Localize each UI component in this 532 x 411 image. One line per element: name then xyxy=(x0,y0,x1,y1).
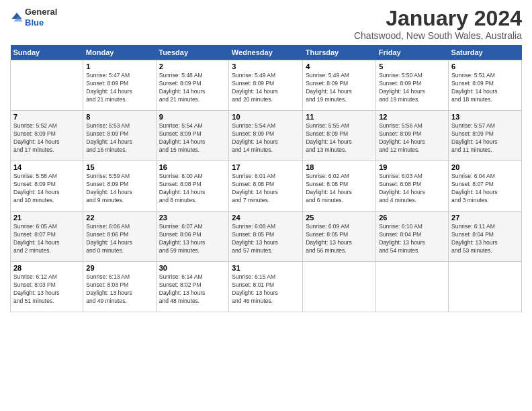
calendar-cell: 23Sunrise: 6:07 AM Sunset: 8:06 PM Dayli… xyxy=(156,212,229,262)
page-container: General Blue January 2024 Chatswood, New… xyxy=(0,0,532,319)
calendar-cell: 30Sunrise: 6:14 AM Sunset: 8:02 PM Dayli… xyxy=(156,262,229,312)
day-number: 10 xyxy=(232,113,300,121)
calendar-cell: 31Sunrise: 6:15 AM Sunset: 8:01 PM Dayli… xyxy=(229,262,303,312)
day-header-monday: Monday xyxy=(83,45,156,60)
calendar-cell: 18Sunrise: 6:02 AM Sunset: 8:08 PM Dayli… xyxy=(303,161,376,212)
calendar-week-row: 14Sunrise: 5:58 AM Sunset: 8:09 PM Dayli… xyxy=(11,161,522,212)
day-info: Sunrise: 6:10 AM Sunset: 8:04 PM Dayligh… xyxy=(379,223,445,255)
calendar-cell xyxy=(11,60,83,111)
day-info: Sunrise: 6:01 AM Sunset: 8:08 PM Dayligh… xyxy=(232,173,300,205)
day-info: Sunrise: 5:57 AM Sunset: 8:09 PM Dayligh… xyxy=(451,122,519,154)
day-number: 9 xyxy=(159,113,226,121)
day-info: Sunrise: 5:52 AM Sunset: 8:09 PM Dayligh… xyxy=(13,122,80,154)
day-number: 13 xyxy=(451,113,519,121)
calendar-cell: 5Sunrise: 5:50 AM Sunset: 8:09 PM Daylig… xyxy=(376,60,449,111)
day-number: 12 xyxy=(379,113,445,121)
calendar-cell: 26Sunrise: 6:10 AM Sunset: 8:04 PM Dayli… xyxy=(376,212,449,262)
day-number: 20 xyxy=(451,163,519,171)
day-info: Sunrise: 5:58 AM Sunset: 8:09 PM Dayligh… xyxy=(13,173,80,205)
day-info: Sunrise: 6:04 AM Sunset: 8:07 PM Dayligh… xyxy=(451,173,519,205)
calendar-cell: 27Sunrise: 6:11 AM Sunset: 8:04 PM Dayli… xyxy=(449,212,522,262)
day-info: Sunrise: 5:48 AM Sunset: 8:09 PM Dayligh… xyxy=(159,72,226,104)
calendar-cell: 11Sunrise: 5:55 AM Sunset: 8:09 PM Dayli… xyxy=(303,111,376,161)
day-number: 24 xyxy=(232,214,300,222)
day-number: 19 xyxy=(379,163,445,171)
calendar-cell: 8Sunrise: 5:53 AM Sunset: 8:09 PM Daylig… xyxy=(83,111,156,161)
calendar-cell: 6Sunrise: 5:51 AM Sunset: 8:09 PM Daylig… xyxy=(449,60,522,111)
day-number: 21 xyxy=(13,214,80,222)
day-info: Sunrise: 5:53 AM Sunset: 8:09 PM Dayligh… xyxy=(86,122,152,154)
calendar-week-row: 7Sunrise: 5:52 AM Sunset: 8:09 PM Daylig… xyxy=(11,111,522,161)
day-info: Sunrise: 5:49 AM Sunset: 8:09 PM Dayligh… xyxy=(232,72,300,104)
header: General Blue January 2024 Chatswood, New… xyxy=(10,7,522,41)
calendar-table: SundayMondayTuesdayWednesdayThursdayFrid… xyxy=(10,45,522,312)
day-number: 18 xyxy=(306,163,373,171)
day-info: Sunrise: 6:11 AM Sunset: 8:04 PM Dayligh… xyxy=(451,223,519,255)
day-info: Sunrise: 6:09 AM Sunset: 8:05 PM Dayligh… xyxy=(306,223,373,255)
calendar-cell: 7Sunrise: 5:52 AM Sunset: 8:09 PM Daylig… xyxy=(11,111,83,161)
logo-text: General Blue xyxy=(25,7,57,28)
calendar-cell: 9Sunrise: 5:54 AM Sunset: 8:09 PM Daylig… xyxy=(156,111,229,161)
day-number: 14 xyxy=(13,163,80,171)
calendar-cell: 14Sunrise: 5:58 AM Sunset: 8:09 PM Dayli… xyxy=(11,161,83,212)
logo: General Blue xyxy=(10,7,57,28)
day-number: 30 xyxy=(159,264,226,272)
day-number: 22 xyxy=(86,214,152,222)
calendar-week-row: 1Sunrise: 5:47 AM Sunset: 8:09 PM Daylig… xyxy=(11,60,522,111)
calendar-cell: 2Sunrise: 5:48 AM Sunset: 8:09 PM Daylig… xyxy=(156,60,229,111)
calendar-cell: 29Sunrise: 6:13 AM Sunset: 8:03 PM Dayli… xyxy=(83,262,156,312)
day-number: 8 xyxy=(86,113,152,121)
day-header-friday: Friday xyxy=(376,45,449,60)
logo-icon xyxy=(10,11,24,24)
day-number: 17 xyxy=(232,163,300,171)
day-info: Sunrise: 6:05 AM Sunset: 8:07 PM Dayligh… xyxy=(13,223,80,255)
day-info: Sunrise: 6:07 AM Sunset: 8:06 PM Dayligh… xyxy=(159,223,226,255)
day-number: 16 xyxy=(159,163,226,171)
day-info: Sunrise: 5:54 AM Sunset: 8:09 PM Dayligh… xyxy=(159,122,226,154)
day-number: 31 xyxy=(232,264,300,272)
day-number: 7 xyxy=(13,113,80,121)
day-number: 25 xyxy=(306,214,373,222)
calendar-cell: 22Sunrise: 6:06 AM Sunset: 8:06 PM Dayli… xyxy=(83,212,156,262)
day-number: 27 xyxy=(451,214,519,222)
calendar-title: January 2024 xyxy=(354,7,522,30)
day-info: Sunrise: 5:59 AM Sunset: 8:09 PM Dayligh… xyxy=(86,173,152,205)
calendar-cell: 16Sunrise: 6:00 AM Sunset: 8:08 PM Dayli… xyxy=(156,161,229,212)
calendar-cell: 15Sunrise: 5:59 AM Sunset: 8:09 PM Dayli… xyxy=(83,161,156,212)
day-number: 2 xyxy=(159,62,226,71)
calendar-header-row: SundayMondayTuesdayWednesdayThursdayFrid… xyxy=(11,45,522,60)
day-info: Sunrise: 6:02 AM Sunset: 8:08 PM Dayligh… xyxy=(306,173,373,205)
day-info: Sunrise: 6:03 AM Sunset: 8:08 PM Dayligh… xyxy=(379,173,445,205)
calendar-cell xyxy=(449,262,522,312)
day-number: 11 xyxy=(306,113,373,121)
calendar-cell: 24Sunrise: 6:08 AM Sunset: 8:05 PM Dayli… xyxy=(229,212,303,262)
calendar-cell: 12Sunrise: 5:56 AM Sunset: 8:09 PM Dayli… xyxy=(376,111,449,161)
calendar-week-row: 21Sunrise: 6:05 AM Sunset: 8:07 PM Dayli… xyxy=(11,212,522,262)
calendar-cell: 17Sunrise: 6:01 AM Sunset: 8:08 PM Dayli… xyxy=(229,161,303,212)
day-header-tuesday: Tuesday xyxy=(156,45,229,60)
logo-line1: General xyxy=(25,7,57,17)
day-info: Sunrise: 6:06 AM Sunset: 8:06 PM Dayligh… xyxy=(86,223,152,255)
day-number: 3 xyxy=(232,62,300,71)
day-number: 26 xyxy=(379,214,445,222)
logo-line2: Blue xyxy=(25,17,57,28)
calendar-subtitle: Chatswood, New South Wales, Australia xyxy=(354,30,522,41)
day-info: Sunrise: 5:49 AM Sunset: 8:09 PM Dayligh… xyxy=(306,72,373,104)
day-info: Sunrise: 6:13 AM Sunset: 8:03 PM Dayligh… xyxy=(86,273,152,306)
day-number: 29 xyxy=(86,264,152,272)
day-info: Sunrise: 6:08 AM Sunset: 8:05 PM Dayligh… xyxy=(232,223,300,255)
day-header-saturday: Saturday xyxy=(449,45,522,60)
day-header-sunday: Sunday xyxy=(11,45,83,60)
day-info: Sunrise: 6:14 AM Sunset: 8:02 PM Dayligh… xyxy=(159,273,226,306)
calendar-cell: 20Sunrise: 6:04 AM Sunset: 8:07 PM Dayli… xyxy=(449,161,522,212)
day-header-thursday: Thursday xyxy=(303,45,376,60)
day-number: 4 xyxy=(306,62,373,71)
calendar-cell: 3Sunrise: 5:49 AM Sunset: 8:09 PM Daylig… xyxy=(229,60,303,111)
day-info: Sunrise: 5:47 AM Sunset: 8:09 PM Dayligh… xyxy=(86,72,152,104)
day-info: Sunrise: 6:00 AM Sunset: 8:08 PM Dayligh… xyxy=(159,173,226,205)
day-number: 5 xyxy=(379,62,445,71)
calendar-cell: 28Sunrise: 6:12 AM Sunset: 8:03 PM Dayli… xyxy=(11,262,83,312)
day-number: 23 xyxy=(159,214,226,222)
day-number: 15 xyxy=(86,163,152,171)
calendar-cell xyxy=(303,262,376,312)
